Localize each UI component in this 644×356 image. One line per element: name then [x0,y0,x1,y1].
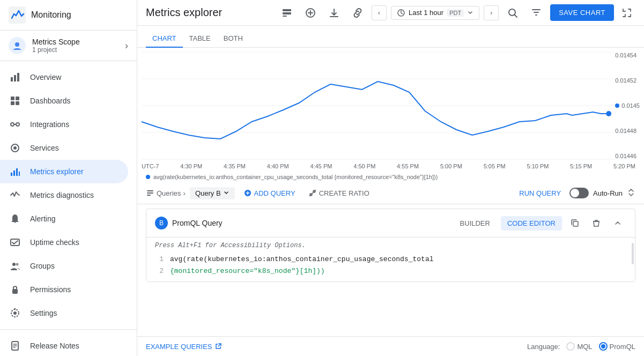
y-label-1: 0.01452 [615,77,640,84]
query-breadcrumb: Queries › [146,189,186,197]
sidebar-item-uptime-checks-label: Uptime checks [30,238,79,247]
bell-icon [9,212,21,225]
tab-table[interactable]: TABLE [183,30,217,48]
sidebar-item-overview[interactable]: Overview [0,65,128,89]
time-next-btn[interactable]: › [484,5,499,20]
search-icon-btn[interactable] [503,3,522,23]
svg-rect-2 [11,77,13,81]
code-line-2: 2 {monitored_resource="k8s_node"}[1h])) [155,265,626,277]
y-label-0: 0.01454 [615,52,640,58]
sidebar-item-services[interactable]: Services [0,136,128,160]
release-notes-icon [9,339,21,352]
legend-text: avg(rate(kubernetes_io:anthos_container_… [153,174,438,180]
diagnostics-icon [9,189,21,202]
tab-both[interactable]: BOTH [217,30,249,48]
builder-button[interactable]: BUILDER [454,216,497,231]
sidebar-item-settings-label: Settings [30,309,57,317]
run-query-button[interactable]: RUN QUERY [515,187,565,199]
add-query-button[interactable]: ADD QUERY [239,187,300,199]
x-label-6: 4:55 PM [397,163,419,169]
svg-point-1 [15,42,19,47]
sidebar-item-overview-label: Overview [30,73,61,81]
svg-rect-6 [16,97,19,100]
sidebar-item-settings[interactable]: Settings [0,301,128,325]
promql-radio[interactable]: PromQL [599,342,635,351]
mql-radio[interactable]: MQL [566,342,592,351]
code-text-1: avg(rate(kubernetes_io:anthos_container_… [170,254,433,265]
expand-panel-btn[interactable] [618,4,635,21]
x-label-7: 5:00 PM [440,163,462,169]
y-label-4: 0.01446 [615,153,640,159]
auto-run-toggle: Auto-Run [569,188,623,198]
svg-rect-15 [16,168,18,176]
code-text-2: {monitored_resource="k8s_node"}[1h])) [170,265,325,277]
app-name: Monitoring [31,10,71,20]
svg-rect-26 [283,16,287,17]
svg-point-10 [16,123,19,126]
promql-radio-circle [599,342,608,351]
sidebar-item-integrations[interactable]: Integrations [0,113,128,136]
view-icon-btn[interactable] [277,3,297,23]
sidebar-item-alerting-label: Alerting [30,214,55,223]
sidebar-item-metrics-diagnostics-label: Metrics diagnostics [30,191,94,199]
sidebar-item-dashboards[interactable]: Dashboards [0,89,128,113]
line-num-2: 2 [155,265,164,277]
y-label-2: 0.0145 [615,102,640,109]
time-selector[interactable]: Last 1 hour PDT [391,6,479,20]
scrollbar[interactable] [632,243,634,264]
chart-wrapper: 0.01454 0.01452 0.0145 0.01448 0.01446 [137,48,644,161]
language-label: Language: [527,343,560,351]
sidebar: Monitoring Metrics Scope 1 project › Ove… [0,0,137,356]
svg-rect-5 [11,97,14,100]
chevron-down-icon [223,190,230,196]
bottom-bar: EXAMPLE QUERIES Language: MQL PromQL [137,336,644,356]
sidebar-item-metrics-explorer[interactable]: Metrics explorer [0,160,128,183]
svg-rect-32 [535,14,537,16]
tab-chart[interactable]: CHART [146,30,183,48]
time-prev-btn[interactable]: ‹ [372,5,387,20]
page-title: Metrics explorer [146,6,222,19]
current-value: 0.0145 [621,102,640,109]
copy-icon-btn[interactable] [566,214,583,232]
breadcrumb-separator: › [183,189,186,197]
filter-icon-btn[interactable] [527,3,546,23]
sidebar-footer: Release Notes [0,329,137,356]
sidebar-item-metrics-diagnostics[interactable]: Metrics diagnostics [0,183,128,207]
sidebar-item-release-notes[interactable]: Release Notes [0,334,128,356]
metrics-scope[interactable]: Metrics Scope 1 project › [0,31,137,61]
add-icon-btn[interactable] [301,3,320,23]
header-actions: ‹ Last 1 hour PDT › SAVE CHART [277,3,635,23]
sidebar-item-permissions[interactable]: Permissions [0,278,128,301]
auto-run-label: Auto-Run [593,189,623,197]
sidebar-item-groups[interactable]: Groups [0,254,128,278]
sidebar-item-uptime-checks[interactable]: Uptime checks [0,231,128,254]
y-label-3: 0.01448 [615,128,640,134]
x-label-1: 4:30 PM [180,163,202,169]
create-ratio-button[interactable]: CREATE RATIO [304,187,374,199]
time-nav-arrows: ‹ [372,5,387,20]
svg-rect-16 [19,172,20,176]
sidebar-item-release-notes-label: Release Notes [30,342,79,350]
svg-rect-40 [147,190,153,191]
scope-icon [9,37,26,54]
link-icon-btn[interactable] [348,3,367,23]
collapse-query-btn[interactable] [609,214,626,232]
download-icon-btn[interactable] [324,3,344,23]
auto-run-switch[interactable] [569,188,589,198]
sidebar-item-alerting[interactable]: Alerting [0,207,128,231]
grid-icon [9,94,21,107]
expand-query-btn[interactable] [627,188,635,198]
code-editor-button[interactable]: CODE EDITOR [501,216,562,231]
chart-tabs: CHART TABLE BOTH [137,26,644,48]
query-dropdown[interactable]: Query B [190,187,235,199]
add-query-label: ADD QUERY [254,189,295,197]
code-editor-body[interactable]: Press Alt+F1 for Accessibility Options. … [146,238,635,281]
query-editor-header: B PromQL Query BUILDER CODE EDITOR [146,209,635,238]
permissions-icon [9,283,21,296]
delete-icon-btn[interactable] [588,214,605,232]
sidebar-item-services-label: Services [30,144,59,152]
example-queries-link[interactable]: EXAMPLE QUERIES [146,343,222,351]
sidebar-header: Monitoring [0,0,137,31]
external-link-icon [214,343,222,350]
save-chart-button[interactable]: SAVE CHART [550,4,614,21]
